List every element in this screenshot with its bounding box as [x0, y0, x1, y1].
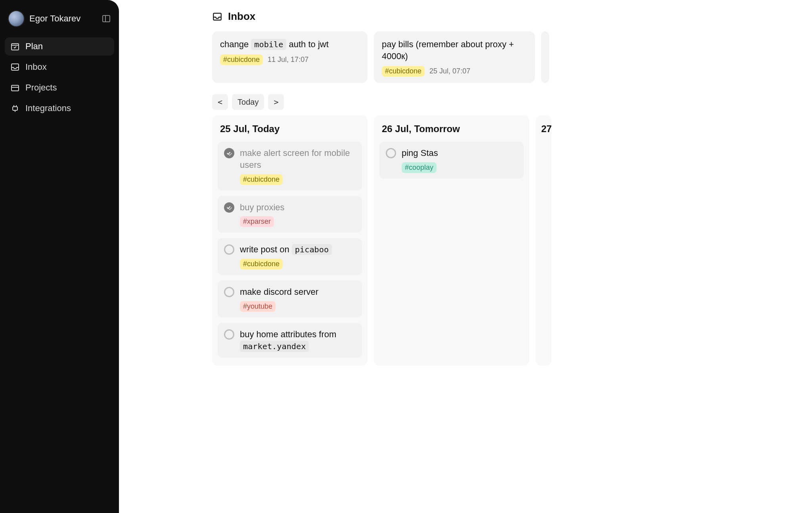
- svg-rect-7: [13, 107, 17, 110]
- code-span: mobile: [251, 39, 286, 50]
- task-card[interactable]: buy home attributes from market.yandex: [218, 323, 362, 357]
- tag[interactable]: #cubicdone: [240, 174, 283, 185]
- timestamp: 25 Jul, 07:07: [429, 67, 470, 75]
- tag[interactable]: #cooplay: [402, 162, 437, 173]
- tag[interactable]: #youtube: [240, 301, 276, 312]
- inbox-icon: [212, 12, 222, 22]
- code-span: market.yandex: [240, 341, 309, 352]
- task-title: make alert screen for mobile users: [240, 147, 356, 171]
- sidebar-nav: Plan Inbox Projects Int: [5, 37, 114, 117]
- tag[interactable]: #cubicdone: [240, 259, 283, 269]
- inbox-card-title: change mobile auth to jwt: [220, 38, 360, 50]
- task-title: make discord server: [240, 286, 356, 298]
- day-heading: 26 Jul, Tomorrow: [382, 123, 521, 134]
- calendar-check-icon: [10, 42, 20, 51]
- next-day-button[interactable]: >: [268, 94, 284, 110]
- inbox-cards-row: change mobile auth to jwt#cubicdone11 Ju…: [212, 31, 812, 83]
- inbox-card[interactable]: change mobile auth to jwt#cubicdone11 Ju…: [212, 31, 368, 83]
- task-meta: #cooplay: [402, 162, 517, 173]
- task-title: write post on picaboo: [240, 244, 356, 256]
- task-checkbox[interactable]: [386, 148, 396, 158]
- task-checkbox[interactable]: [224, 329, 234, 340]
- task-card[interactable]: buy proxies#xparser: [218, 196, 362, 233]
- sidebar: Egor Tokarev Plan Inbox: [0, 0, 119, 513]
- day-column: 26 Jul, Tomorrowping Stas#cooplay: [374, 115, 529, 365]
- task-card[interactable]: make alert screen for mobile users#cubic…: [218, 142, 362, 190]
- sidebar-toggle-icon[interactable]: [102, 14, 111, 23]
- task-body: make discord server#youtube: [240, 286, 356, 312]
- section-title: Inbox: [228, 10, 255, 23]
- task-body: write post on picaboo#cubicdone: [240, 244, 356, 269]
- task-checkbox[interactable]: [224, 148, 234, 158]
- tag[interactable]: #cubicdone: [220, 54, 263, 65]
- avatar: [8, 10, 25, 27]
- task-checkbox[interactable]: [224, 244, 234, 255]
- sidebar-item-projects[interactable]: Projects: [5, 79, 114, 97]
- task-list: ping Stas#cooplay: [379, 142, 524, 179]
- sidebar-item-plan[interactable]: Plan: [5, 37, 114, 56]
- task-body: buy proxies#xparser: [240, 202, 356, 227]
- day-column: 25 Jul, Todaymake alert screen for mobil…: [212, 115, 368, 365]
- task-title: buy proxies: [240, 202, 356, 213]
- prev-day-button[interactable]: <: [212, 94, 228, 110]
- inbox-card-title: pay bills (remember about proxy + 4000к): [382, 38, 527, 62]
- task-card[interactable]: make discord server#youtube: [218, 281, 362, 317]
- task-meta: #xparser: [240, 216, 356, 227]
- task-checkbox[interactable]: [224, 202, 234, 213]
- section-header: Inbox: [212, 10, 812, 23]
- inbox-icon: [10, 62, 20, 72]
- task-meta: #cubicdone: [240, 259, 356, 269]
- inbox-card[interactable]: [541, 31, 549, 83]
- task-body: make alert screen for mobile users#cubic…: [240, 147, 356, 184]
- inbox-card-meta: #cubicdone25 Jul, 07:07: [382, 66, 527, 77]
- day-column: 27: [536, 115, 552, 365]
- sidebar-item-inbox[interactable]: Inbox: [5, 58, 114, 76]
- svg-rect-0: [103, 15, 110, 22]
- task-meta: #youtube: [240, 301, 356, 312]
- task-list: make alert screen for mobile users#cubic…: [218, 142, 362, 357]
- tag[interactable]: #xparser: [240, 216, 274, 227]
- task-title: buy home attributes from market.yandex: [240, 329, 356, 352]
- sidebar-item-integrations[interactable]: Integrations: [5, 99, 114, 117]
- sidebar-header: Egor Tokarev: [5, 8, 114, 34]
- task-body: buy home attributes from market.yandex: [240, 329, 356, 352]
- inbox-card-meta: #cubicdone11 Jul, 17:07: [220, 54, 360, 65]
- task-card[interactable]: write post on picaboo#cubicdone: [218, 238, 362, 275]
- user-block[interactable]: Egor Tokarev: [8, 10, 80, 27]
- sidebar-item-label: Integrations: [25, 103, 71, 113]
- username: Egor Tokarev: [29, 13, 80, 24]
- sidebar-item-label: Inbox: [25, 62, 47, 72]
- day-columns: 25 Jul, Todaymake alert screen for mobil…: [212, 115, 812, 365]
- task-body: ping Stas#cooplay: [402, 147, 517, 173]
- main-content: Inbox change mobile auth to jwt#cubicdon…: [119, 0, 812, 513]
- inbox-card[interactable]: pay bills (remember about proxy + 4000к)…: [374, 31, 535, 83]
- folder-icon: [10, 83, 20, 92]
- task-card[interactable]: ping Stas#cooplay: [379, 142, 524, 179]
- code-span: picaboo: [292, 244, 332, 255]
- sidebar-item-label: Projects: [25, 83, 57, 93]
- sidebar-item-label: Plan: [25, 41, 43, 52]
- svg-rect-5: [11, 85, 19, 91]
- day-nav: < Today >: [212, 94, 812, 110]
- task-checkbox[interactable]: [224, 287, 234, 297]
- day-heading: 25 Jul, Today: [220, 123, 360, 134]
- task-title: ping Stas: [402, 147, 517, 159]
- task-meta: #cubicdone: [240, 174, 356, 185]
- svg-rect-2: [11, 44, 19, 50]
- timestamp: 11 Jul, 17:07: [268, 56, 308, 64]
- today-button[interactable]: Today: [232, 94, 264, 110]
- tag[interactable]: #cubicdone: [382, 66, 425, 77]
- day-heading: 27: [541, 123, 546, 134]
- plug-icon: [10, 104, 20, 113]
